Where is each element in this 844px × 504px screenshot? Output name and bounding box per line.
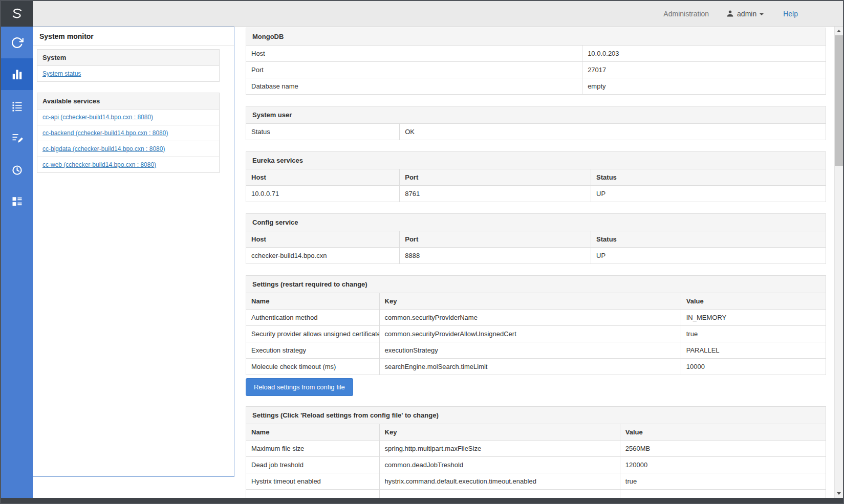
sidebar-item-history[interactable] — [1, 27, 33, 58]
cell-key: executionStrategy — [379, 342, 681, 359]
cell-value: true — [681, 326, 826, 342]
cell-value: PARALLEL — [681, 342, 826, 359]
eureka-table: Host Port Status 10.0.0.71 8761 UP — [246, 169, 826, 202]
service-link-cc-bigdata[interactable]: cc-bigdata (cchecker-build14.bpo.cxn : 8… — [42, 145, 165, 152]
cell-value: IN_MEMORY — [681, 310, 826, 326]
cell-key: searchEngine.molSearch.timeLimit — [379, 359, 681, 375]
timer-icon — [10, 163, 24, 177]
system-user-table: Status OK — [246, 123, 826, 140]
scroll-up-button[interactable] — [835, 27, 843, 35]
list-icon — [10, 99, 24, 113]
list-item: cc-api (cchecker-build14.bpo.cxn : 8080) — [37, 109, 219, 125]
sidebar-nav — [1, 27, 33, 498]
table-row: Host 10.0.0.203 — [246, 46, 826, 62]
cell-name: Maximum file size — [246, 441, 380, 457]
vertical-scrollbar[interactable] — [834, 27, 843, 498]
system-section-header: System — [37, 50, 219, 65]
column-header-host: Host — [246, 169, 400, 186]
column-header-value: Value — [620, 424, 826, 441]
table-row: Maximum file size spring.http.multipart.… — [246, 441, 826, 457]
table-row: Molecule check timeout (ms) searchEngine… — [246, 359, 826, 375]
topbar-menu: Administration admin Help — [663, 10, 843, 18]
arrow-down-icon — [837, 492, 841, 495]
cell-name: Execution strategy — [246, 342, 380, 359]
panel-eureka-services: Eureka services Host Port Status 10.0.0.… — [246, 151, 826, 202]
row-value: 10.0.0.203 — [582, 46, 826, 62]
table-row: Authentication method common.securityPro… — [246, 310, 826, 326]
administration-menu[interactable]: Administration — [663, 10, 709, 18]
config-service-table: Host Port Status cchecker-build14.bpo.cx… — [246, 231, 826, 264]
column-header-status: Status — [591, 169, 826, 186]
table-row: Port 27017 — [246, 62, 826, 78]
column-header-host: Host — [246, 231, 400, 248]
column-header-port: Port — [400, 231, 591, 248]
content: System monitor System System status Avai… — [1, 27, 843, 498]
service-link-cc-backend[interactable]: cc-backend (cchecker-build14.bpo.cxn : 8… — [42, 129, 168, 137]
table-header-row: Name Key Value — [246, 293, 826, 310]
row-label: Host — [246, 46, 582, 62]
user-name: admin — [737, 10, 756, 18]
panel-settings-restart: Settings (restart required to change) Na… — [246, 275, 826, 375]
scrollbar-track[interactable] — [835, 166, 843, 489]
scrollbar-thumb[interactable] — [835, 35, 843, 166]
panel-mongodb: MongoDB Host 10.0.0.203 Port 27017 — [246, 28, 826, 95]
scroll-down-button[interactable] — [835, 489, 843, 498]
list-item: cc-backend (cchecker-build14.bpo.cxn : 8… — [37, 125, 219, 141]
cell-key: hystrix.command.default.execution.timeou… — [379, 473, 620, 490]
bar-chart-icon — [10, 68, 24, 81]
table-row: cchecker-build14.bpo.cxn 8888 UP — [246, 248, 826, 264]
sidebar-item-edit-list[interactable] — [1, 122, 33, 154]
cell-host: 10.0.0.71 — [246, 186, 400, 202]
system-status-link[interactable]: System status — [42, 70, 81, 77]
cell-name: Molecule check timeout (ms) — [246, 359, 380, 375]
left-panel-body: System System status Available services … — [33, 46, 234, 187]
column-header-name: Name — [246, 424, 380, 441]
page-title: System monitor — [33, 27, 234, 46]
reload-settings-button[interactable]: Reload settings from config file — [246, 378, 353, 396]
cell-value: 10000 — [681, 359, 826, 375]
list-item: System status — [37, 65, 219, 81]
cell-value: 2560MB — [620, 441, 826, 457]
column-header-name: Name — [246, 293, 380, 310]
sidebar-item-system-monitor[interactable] — [1, 58, 33, 90]
row-value: empty — [582, 78, 826, 95]
table-row: 10.0.0.71 8761 UP — [246, 186, 826, 202]
help-link[interactable]: Help — [783, 10, 798, 18]
app-window: Administration admin Help — [0, 0, 844, 504]
list-item: cc-web (cchecker-build14.bpo.cxn : 8080) — [37, 157, 219, 172]
dashboard-icon — [10, 194, 24, 208]
service-link-cc-api[interactable]: cc-api (cchecker-build14.bpo.cxn : 8080) — [42, 114, 153, 121]
cell-name: Security provider allows unsigned certif… — [246, 326, 380, 342]
panel-title-system-user: System user — [246, 106, 826, 124]
panel-title-mongodb: MongoDB — [246, 28, 826, 46]
table-row: Status OK — [246, 124, 826, 140]
column-header-port: Port — [400, 169, 591, 186]
column-header-key: Key — [379, 424, 620, 441]
sidebar-item-dashboard[interactable] — [1, 185, 33, 217]
row-label: Port — [246, 62, 582, 78]
table-header-row: Host Port Status — [246, 169, 826, 186]
user-menu[interactable]: admin — [726, 10, 764, 18]
cell-name: Hystrix timeout enabled — [246, 473, 380, 490]
chevron-down-icon — [760, 13, 764, 15]
cell-value — [620, 490, 826, 498]
cell-value: true — [620, 473, 826, 490]
sidebar-item-timer[interactable] — [1, 154, 33, 185]
mongodb-table: Host 10.0.0.203 Port 27017 Database name… — [246, 45, 826, 95]
table-row: Database name empty — [246, 78, 826, 95]
table-row: Hystrix timeout enabled hystrix.command.… — [246, 473, 826, 490]
list-item: cc-bigdata (cchecker-build14.bpo.cxn : 8… — [37, 141, 219, 157]
cell-name: Dead job treshold — [246, 457, 380, 473]
column-header-status: Status — [591, 231, 826, 248]
cell-port: 8761 — [400, 186, 591, 202]
available-services-section: Available services cc-api (cchecker-buil… — [37, 93, 220, 173]
topbar: Administration admin Help — [1, 1, 843, 27]
service-link-cc-web[interactable]: cc-web (cchecker-build14.bpo.cxn : 8080) — [42, 161, 156, 168]
cell-status: UP — [591, 248, 826, 264]
sidebar-item-list[interactable] — [1, 90, 33, 122]
column-header-key: Key — [379, 293, 681, 310]
edit-list-icon — [10, 131, 24, 145]
table-row: Dead job treshold common.deadJobTreshold… — [246, 457, 826, 473]
panel-title-settings-restart: Settings (restart required to change) — [246, 275, 826, 293]
cell-status: UP — [591, 186, 826, 202]
